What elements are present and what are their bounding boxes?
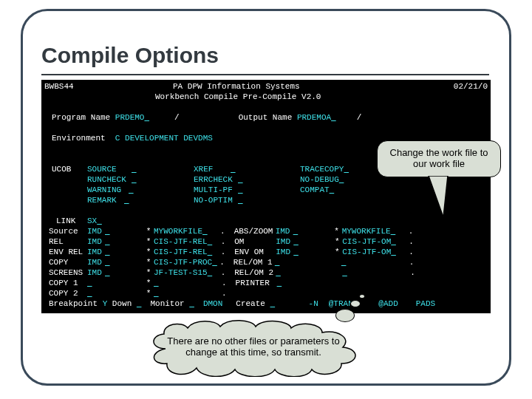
star-icon: * (332, 247, 342, 257)
file-field[interactable] (277, 278, 333, 288)
file-field[interactable]: IMD (276, 236, 293, 247)
file-field[interactable]: IMD (87, 247, 105, 257)
ucob-opt[interactable]: SOURCE (87, 164, 132, 174)
star-icon: * (143, 267, 154, 278)
thought-bubble-icon (335, 309, 355, 322)
file-field[interactable]: CIS-JTF-REL (154, 247, 208, 257)
ucob-opt[interactable]: ERRCHECK (194, 174, 238, 185)
file-field[interactable] (275, 257, 331, 267)
monitor-label: Monitor (150, 299, 184, 309)
file-field[interactable]: IMD (276, 247, 293, 257)
prog-label: Program Name (52, 112, 110, 123)
ucob-opt[interactable]: NO-OPTIM (194, 195, 238, 205)
file-col-label: ENV OM (234, 247, 276, 257)
file-field[interactable]: IMD (87, 267, 105, 278)
file-field[interactable] (87, 288, 143, 299)
file-field[interactable]: JF-TEST-S15 (154, 267, 208, 278)
term-title2: Workbench Compile Pre-Compile V2.0 (155, 92, 321, 102)
ucob-opt[interactable]: MULTI-PF (194, 185, 238, 195)
term-id: BWBS44 (44, 81, 98, 92)
file-field[interactable]: CIS-JTF-OM (342, 236, 391, 247)
file-row-label: COPY (49, 257, 87, 267)
star-icon: * (143, 236, 154, 247)
file-col-label: REL/OM 2 (234, 267, 276, 278)
file-row-label: COPY 2 (49, 288, 87, 299)
env-field[interactable]: C DEVELOPMENT DEVDMS (115, 133, 213, 143)
thought-bubble-icon (359, 294, 365, 299)
thought-bubble-icon (350, 300, 361, 307)
down-field[interactable] (137, 299, 146, 309)
file-field[interactable] (276, 267, 332, 278)
file-col-label: REL/OM 1 (233, 257, 275, 267)
file-field[interactable]: IMD (87, 226, 105, 236)
ucob-opt[interactable]: COMPAT (300, 185, 330, 195)
file-field[interactable]: MYWORKFILE (154, 226, 202, 236)
file-field[interactable]: IMD (87, 236, 105, 247)
down-label: Down (112, 299, 132, 309)
link-label: LINK (56, 216, 87, 226)
term-title1: PA DPW Information Systems (173, 81, 300, 92)
file-row-label: Source (49, 226, 87, 236)
star-icon: * (143, 226, 154, 236)
file-field[interactable] (341, 257, 409, 267)
slide-title: Compile Options (41, 43, 219, 68)
prog-name-field[interactable]: PRDEMO (115, 112, 145, 123)
file-field[interactable]: CIS-JTF-REL (154, 236, 208, 247)
file-row-label: COPY 1 (49, 278, 87, 288)
ucob-opt[interactable]: REMARK (87, 195, 124, 205)
create-field[interactable] (270, 299, 279, 309)
star-icon: * (143, 278, 154, 288)
abs-label: ABS/ZOOM (234, 226, 276, 236)
out-name-field[interactable]: PRDEMOA (297, 112, 331, 123)
dmon-label: DMON (203, 299, 222, 309)
file-field[interactable]: MYWORKFILE (342, 226, 391, 236)
out-label: Output Name (239, 112, 293, 123)
callout-text: Change the work file to our work file (390, 147, 488, 169)
star-icon: * (332, 236, 342, 247)
file-col-label: OM (234, 236, 276, 247)
breakpoint-label: Breakpoint (49, 299, 98, 309)
svg-marker-0 (429, 176, 448, 217)
env-label: Environment (52, 133, 106, 143)
ucob-opt[interactable]: XREF (194, 164, 231, 174)
star-icon: * (143, 257, 154, 267)
neg-n-field[interactable]: -N (309, 299, 318, 309)
create-label: Create (236, 299, 265, 309)
file-row-label: REL (49, 236, 87, 247)
callout-tail-icon (427, 176, 457, 219)
file-field[interactable] (154, 278, 222, 288)
ucob-opt[interactable]: NO-DEBUG (300, 174, 339, 185)
file-row-label: ENV REL (49, 247, 87, 257)
pads-field[interactable]: PADS (416, 299, 435, 309)
ucob-label: UCOB (52, 164, 87, 174)
callout-workfile: Change the work file to our work file (377, 140, 501, 177)
monitor-field[interactable] (189, 299, 198, 309)
printer-label: PRINTER (236, 278, 277, 288)
breakpoint-field[interactable]: Y (103, 299, 108, 309)
star-icon: * (143, 288, 154, 299)
link-field[interactable]: SX (87, 216, 97, 226)
term-date: 02/21/0 (454, 81, 488, 92)
ucob-opt[interactable]: WARNING (87, 185, 129, 195)
file-field[interactable]: IMD (87, 257, 105, 267)
callout-transmit: There are no other files or parameters t… (151, 324, 356, 368)
file-field[interactable]: CIS-JTF-PROC (154, 257, 212, 267)
add-field[interactable]: @ADD (378, 299, 398, 309)
file-field[interactable] (342, 267, 410, 278)
file-field[interactable] (154, 288, 222, 299)
star-icon: * (143, 247, 154, 257)
title-rule (41, 74, 489, 75)
file-row-label: SCREENS (49, 267, 87, 278)
ucob-opt[interactable]: RUNCHECK (87, 174, 132, 185)
terminal-screen: BWBS44 PA DPW Information Systems 02/21/… (41, 80, 491, 313)
ucob-opt[interactable]: TRACECOPY (300, 164, 344, 174)
file-field[interactable]: IMD (276, 226, 293, 236)
star-icon: * (332, 226, 342, 236)
file-field[interactable] (87, 278, 143, 288)
file-field[interactable]: CIS-JTF-OM (342, 247, 391, 257)
callout-text: There are no other files or parameters t… (167, 335, 339, 358)
